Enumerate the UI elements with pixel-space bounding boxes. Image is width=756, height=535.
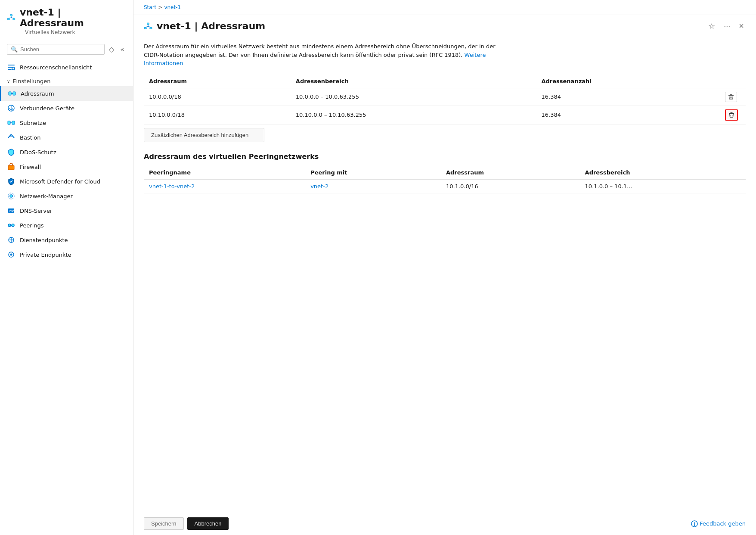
delete-cell	[720, 88, 746, 106]
filter-icon[interactable]: ◇	[107, 44, 116, 54]
sidebar-item-dns[interactable]: DNS DNS-Server	[0, 203, 133, 218]
description-text: Der Adressraum für ein virtuelles Netzwe…	[144, 42, 497, 68]
svg-point-21	[10, 195, 12, 197]
delete-row-1-button[interactable]	[725, 92, 737, 102]
col-peeringname: Peeringname	[144, 166, 305, 180]
delete-cell	[720, 106, 746, 124]
svg-rect-10	[13, 92, 15, 95]
dns-icon: DNS	[7, 206, 15, 215]
feedback-link[interactable]: Feedback geben	[691, 520, 746, 527]
private-endpoints-icon	[7, 250, 15, 259]
sidebar-item-ressourcenschnellansicht[interactable]: Ressourcenschnellansicht	[0, 60, 133, 75]
footer-actions: Speichern Abbrechen Feedback geben	[133, 512, 756, 535]
peering-with-value: vnet-2	[305, 179, 441, 193]
breadcrumb: Start > vnet-1	[133, 0, 756, 15]
page-title: vnet-1 | Adressraum	[20, 7, 126, 28]
col-adressenbereich: Adressenbereich	[291, 75, 536, 88]
peering-name-link[interactable]: vnet-1-to-vnet-2	[149, 183, 195, 190]
sidebar-item-adressraum[interactable]: Adressraum	[0, 86, 133, 101]
col-actions	[720, 75, 746, 88]
add-address-button[interactable]: Zusätzlichen Adressbereich hinzufügen	[144, 128, 264, 142]
svg-point-32	[10, 254, 12, 256]
sidebar-item-subnetze[interactable]: Subnetze	[0, 115, 133, 130]
main-vnet-icon	[144, 22, 152, 31]
sidebar-item-private-endpunkte[interactable]: Private Endpunkte	[0, 247, 133, 262]
resource-subtitle: Virtuelles Netzwerk	[25, 29, 126, 35]
sidebar-item-label: Private Endpunkte	[20, 252, 71, 258]
delete-row-2-button[interactable]	[725, 109, 738, 121]
main-content: Start > vnet-1 vnet-1 | Adressraum ☆ ···…	[133, 0, 756, 535]
peering-table-row: vnet-1-to-vnet-2 vnet-2 10.1.0.0/16 10.1…	[144, 179, 746, 193]
settings-section-label: Einstellungen	[12, 78, 50, 84]
peering-with-link[interactable]: vnet-2	[310, 183, 328, 190]
peerings-icon	[7, 221, 15, 230]
defender-icon	[7, 177, 15, 186]
search-input-wrap[interactable]: 🔍	[7, 44, 105, 55]
table-row: 10.10.0.0/18 10.10.0.0 – 10.10.63.255 16…	[144, 106, 746, 124]
svg-rect-15	[12, 121, 15, 124]
svg-point-48	[694, 525, 695, 526]
svg-point-6	[11, 17, 12, 19]
svg-line-8	[15, 70, 15, 71]
favorite-button[interactable]: ☆	[706, 21, 717, 32]
sidebar-item-label: DNS-Server	[20, 208, 52, 214]
settings-section-header[interactable]: ∨ Einstellungen	[0, 75, 133, 86]
table-row: 10.0.0.0/18 10.0.0.0 – 10.0.63.255 16.38…	[144, 88, 746, 106]
ddos-icon	[7, 148, 15, 156]
sidebar-item-verbundene-geraete[interactable]: Verbundene Geräte	[0, 101, 133, 115]
svg-rect-44	[730, 112, 732, 113]
svg-rect-34	[144, 27, 146, 29]
peering-adressbereich-value: 10.1.0.0 – 10.1...	[580, 179, 746, 193]
breadcrumb-separator: >	[158, 4, 162, 10]
save-button[interactable]: Speichern	[144, 517, 184, 530]
address-count-value: 16.384	[536, 88, 720, 106]
sidebar-item-ddos[interactable]: DDoS-Schutz	[0, 145, 133, 159]
svg-text:DNS: DNS	[9, 210, 15, 213]
network-manager-icon	[7, 192, 15, 200]
sidebar-item-defender[interactable]: Microsoft Defender for Cloud	[0, 174, 133, 189]
svg-point-25	[8, 224, 11, 227]
svg-rect-9	[9, 92, 11, 95]
main-header: vnet-1 | Adressraum ☆ ··· ×	[133, 15, 756, 35]
sidebar-item-netzwerk-manager[interactable]: Netzwerk-Manager	[0, 189, 133, 203]
breadcrumb-current[interactable]: vnet-1	[164, 4, 181, 10]
svg-rect-20	[8, 165, 14, 170]
svg-point-39	[148, 25, 149, 27]
more-actions-button[interactable]: ···	[722, 21, 732, 31]
sidebar-item-peerings[interactable]: Peerings	[0, 218, 133, 233]
sidebar-item-label: Subnetze	[20, 120, 46, 126]
peering-adressraum-value: 10.1.0.0/16	[441, 179, 580, 193]
sidebar-item-label: Peerings	[20, 222, 44, 229]
collapse-icon[interactable]: «	[118, 44, 126, 54]
svg-rect-2	[13, 18, 15, 20]
sidebar-nav: Ressourcenschnellansicht ∨ Einstellungen…	[0, 58, 133, 535]
adressraum-icon	[8, 89, 16, 98]
breadcrumb-start[interactable]: Start	[144, 4, 156, 10]
resource-title: vnet-1 | Adressraum	[7, 7, 126, 28]
address-space-value: 10.0.0.0/18	[144, 88, 291, 106]
sidebar-item-label: Adressraum	[21, 90, 54, 97]
sidebar-item-bastion[interactable]: Bastion	[0, 130, 133, 145]
sidebar-item-label: Netzwerk-Manager	[20, 193, 73, 199]
svg-rect-40	[730, 94, 732, 95]
sidebar-item-firewall[interactable]: Firewall	[0, 159, 133, 174]
sidebar-item-label: Verbundene Geräte	[20, 105, 74, 112]
sidebar-item-label: Dienstendpunkte	[20, 237, 68, 243]
col-adressraum: Adressraum	[144, 75, 291, 88]
header-actions: ☆ ··· ×	[706, 20, 746, 32]
devices-icon	[7, 104, 15, 112]
peering-name-value: vnet-1-to-vnet-2	[144, 179, 305, 193]
close-button[interactable]: ×	[737, 20, 746, 32]
address-space-value: 10.10.0.0/18	[144, 106, 291, 124]
svg-rect-35	[150, 27, 152, 29]
svg-rect-1	[7, 18, 9, 20]
cancel-button[interactable]: Abbrechen	[187, 517, 229, 530]
col-adressenanzahl: Adressenanzahl	[536, 75, 720, 88]
sidebar-item-label: Bastion	[20, 134, 41, 141]
svg-rect-33	[147, 23, 149, 25]
peering-table: Peeringname Peering mit Adressraum Adres…	[144, 166, 746, 193]
sidebar-item-label: Ressourcenschnellansicht	[20, 64, 92, 71]
svg-point-7	[12, 67, 15, 70]
search-input[interactable]	[20, 46, 101, 53]
sidebar-item-dienstendpunkte[interactable]: Dienstendpunkte	[0, 233, 133, 247]
